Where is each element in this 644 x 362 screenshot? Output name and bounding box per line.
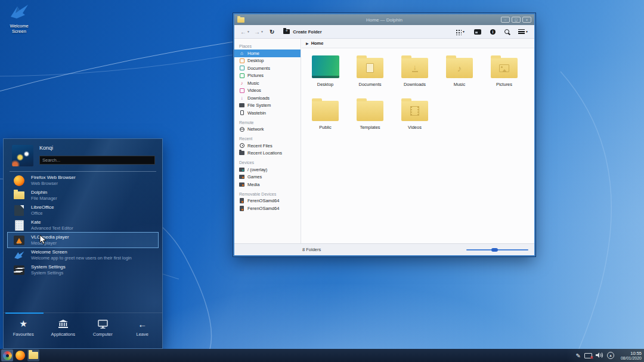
menu-button[interactable]: ▼ [518,29,528,34]
app-item-welcome-screen[interactable]: Welcome ScreenWelcome app to greet new u… [4,247,162,262]
places-item-wastebin[interactable]: Wastebin [234,109,301,117]
app-item-dolphin[interactable]: DolphinFile Manager [4,188,162,203]
usb-drive-icon [239,206,244,211]
system-tray: ✎ ▲ [576,349,614,362]
downloads-icon: ↓ [239,95,244,101]
star-icon: ★ [20,318,27,329]
places-item-network[interactable]: Network [234,126,301,134]
places-item-recent-files[interactable]: Recent Files [234,142,301,150]
file-documents[interactable]: Documents [348,52,392,95]
network-disconnected-icon[interactable] [584,353,592,358]
places-item-documents[interactable]: Documents [234,64,301,72]
recent-section-title: Recent [239,137,301,141]
places-item-games[interactable]: Games [234,174,301,181]
places-item-overlay[interactable]: / (overlay) [234,166,301,174]
places-item-pictures[interactable]: Pictures [234,72,301,80]
breadcrumb-caret-icon[interactable]: ▶ [306,41,309,45]
bird-icon [13,249,25,261]
view-mode-button[interactable]: ▼ [455,29,465,35]
music-folder-icon: ♪ [446,58,473,78]
file-downloads[interactable]: ↓ Downloads [392,52,437,95]
places-item-desktop[interactable]: Desktop [234,57,301,65]
chevron-down-icon: ▼ [247,30,250,33]
app-item-firefox[interactable]: Firefox Web BrowserWeb Browser [4,173,162,188]
file-music[interactable]: ♪ Music [437,52,482,95]
desktop-icon-welcome-screen[interactable]: Welcome Screen [1,4,37,34]
desktop-icon-label: Welcome Screen [1,23,37,34]
icon-view-icon [455,29,462,35]
file-videos[interactable]: Videos [392,95,437,138]
minimize-button[interactable]: – [501,17,510,23]
refresh-button[interactable]: ↻ [270,29,274,35]
file-pictures[interactable]: Pictures [482,52,527,95]
hard-drive-icon [239,182,244,187]
firefox-icon [16,351,25,360]
user-avatar[interactable] [12,145,33,166]
hard-drive-icon [239,174,244,180]
maximize-button[interactable]: ◻ [512,17,521,23]
close-button[interactable]: x [522,17,531,23]
create-folder-button[interactable]: Create Folder [283,29,321,35]
taskbar-dolphin-button[interactable] [27,349,39,361]
menu-divider [10,171,156,172]
search-button[interactable] [504,29,509,34]
notifications-icon[interactable]: ▲ [607,352,614,359]
places-item-music[interactable]: ♪Music [234,79,301,87]
clock-date: 08/01/2020 [621,356,642,361]
places-item-ferenos-2[interactable]: FerenOSamd64 [234,205,301,212]
digital-clock[interactable]: 10:55 08/01/2020 [621,349,642,362]
bird-icon [8,4,30,19]
breadcrumb-home[interactable]: Home [311,41,324,46]
file-public[interactable]: Public [303,95,348,138]
leave-arrow-icon: ← [138,318,147,329]
pictures-icon [239,73,244,78]
tab-applications[interactable]: Applications [44,318,83,348]
places-item-home[interactable]: ⌂Home [234,49,301,57]
monitor-icon [98,318,108,329]
places-item-file-system[interactable]: File System [234,102,301,110]
forward-button[interactable]: →▼ [254,29,264,35]
app-launcher-button[interactable] [1,349,13,361]
clock-icon [239,143,244,148]
folder-icon [357,101,383,121]
downloads-folder-icon: ↓ [401,58,428,78]
hamburger-icon [518,29,525,34]
breadcrumb[interactable]: ▶ Home [302,39,534,48]
tab-leave[interactable]: ← Leave [123,318,163,348]
zoom-slider-handle[interactable] [491,248,498,252]
dolphin-folder-icon [13,190,25,202]
file-view[interactable]: Desktop Documents ↓ Downloads ♪ Music Pi… [302,48,534,243]
music-icon: ♪ [239,81,244,86]
user-name: Konqi [39,145,155,151]
places-item-downloads[interactable]: ↓Downloads [234,94,301,102]
places-item-media[interactable]: Media [234,181,301,188]
videos-folder-icon [401,101,428,121]
folder-clock-icon [239,150,244,156]
file-desktop[interactable]: Desktop [303,52,348,95]
file-templates[interactable]: Templates [348,95,392,138]
places-item-recent-locations[interactable]: Recent Locations [234,150,301,157]
stylus-tool-icon[interactable]: ✎ [576,352,581,359]
back-button[interactable]: ←▼ [240,29,250,35]
zoom-slider[interactable] [466,247,528,253]
places-item-ferenos-1[interactable]: FerenOSamd64 [234,197,301,205]
volume-icon[interactable] [596,350,603,361]
taskbar-firefox-button[interactable] [14,349,26,361]
chevron-down-icon: ▼ [261,30,264,33]
app-item-vlc[interactable]: VLC media playerMedia player [8,233,158,247]
clock-time: 10:55 [630,351,642,356]
back-icon: ← [240,29,246,35]
tab-favourites[interactable]: ★ Favourites [4,318,44,348]
places-item-videos[interactable]: Videos [234,87,301,95]
app-item-kate[interactable]: KateAdvanced Text Editor [4,218,162,233]
titlebar[interactable]: Home — Dolphin – ◻ x [234,14,534,25]
app-item-libreoffice[interactable]: LibreOfficeOffice [4,203,162,218]
search-input[interactable] [39,156,155,165]
remote-section-title: Remote [239,120,301,125]
preview-button[interactable] [474,29,481,35]
info-button[interactable]: i [490,29,496,35]
folder-count: 8 Folders [302,247,466,252]
forward-icon: → [254,29,260,35]
tab-computer[interactable]: Computer [83,318,123,348]
app-item-system-settings[interactable]: System SettingsSystem Settings [4,262,162,277]
